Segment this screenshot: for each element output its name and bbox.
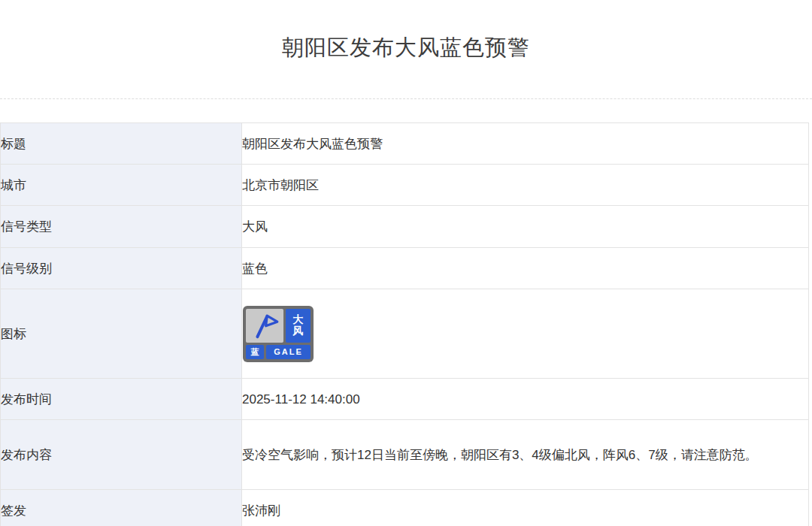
row-label: 图标	[1, 289, 242, 379]
row-value: 2025-11-12 14:40:00	[242, 379, 809, 420]
row-value: 受冷空气影响，预计12日当前至傍晚，朝阳区有3、4级偏北风，阵风6、7级，请注意…	[242, 420, 809, 490]
table-row-title: 标题 朝阳区发布大风蓝色预警	[1, 123, 809, 165]
row-value: 朝阳区发布大风蓝色预警	[242, 123, 809, 165]
row-value: 张沛刚	[242, 490, 809, 526]
row-label: 城市	[1, 165, 242, 206]
row-value: 北京市朝阳区	[242, 165, 809, 206]
row-label: 信号级别	[1, 248, 242, 289]
row-label: 信号类型	[1, 206, 242, 248]
table-row-signal-level: 信号级别 蓝色	[1, 248, 809, 289]
table-row-issuer: 签发 张沛刚	[1, 490, 809, 526]
row-label: 发布内容	[1, 420, 242, 490]
warning-icon-bottom-row: 蓝 GALE	[246, 345, 311, 359]
table-row-signal-type: 信号类型 大风	[1, 206, 809, 248]
warning-type-text: 大 风	[286, 309, 311, 343]
warning-type-char-top: 大	[293, 314, 304, 325]
table-row-publish-time: 发布时间 2025-11-12 14:40:00	[1, 379, 809, 420]
page-title: 朝阳区发布大风蓝色预警	[0, 0, 812, 99]
row-label: 发布时间	[1, 379, 242, 420]
row-value: 大风	[242, 206, 809, 248]
row-label: 标题	[1, 123, 242, 165]
row-label: 签发	[1, 490, 242, 526]
wind-flag-icon	[246, 309, 283, 343]
warning-type-char-bottom: 风	[293, 325, 304, 337]
warning-details-table: 标题 朝阳区发布大风蓝色预警 城市 北京市朝阳区 信号类型 大风 信号级别 蓝色…	[0, 122, 809, 526]
warning-code-text: GALE	[266, 345, 311, 359]
gale-blue-warning-icon: 大 风 蓝 GALE	[243, 306, 314, 362]
row-value-icon: 大 风 蓝 GALE	[242, 289, 809, 379]
warning-level-text: 蓝	[246, 345, 264, 359]
row-value: 蓝色	[242, 248, 809, 289]
table-row-publish-content: 发布内容 受冷空气影响，预计12日当前至傍晚，朝阳区有3、4级偏北风，阵风6、7…	[1, 420, 809, 490]
page-title-text: 朝阳区发布大风蓝色预警	[282, 33, 530, 63]
warning-icon-top-row: 大 风	[246, 309, 311, 343]
table-row-icon: 图标 大 风	[1, 289, 809, 379]
table-row-city: 城市 北京市朝阳区	[1, 165, 809, 206]
